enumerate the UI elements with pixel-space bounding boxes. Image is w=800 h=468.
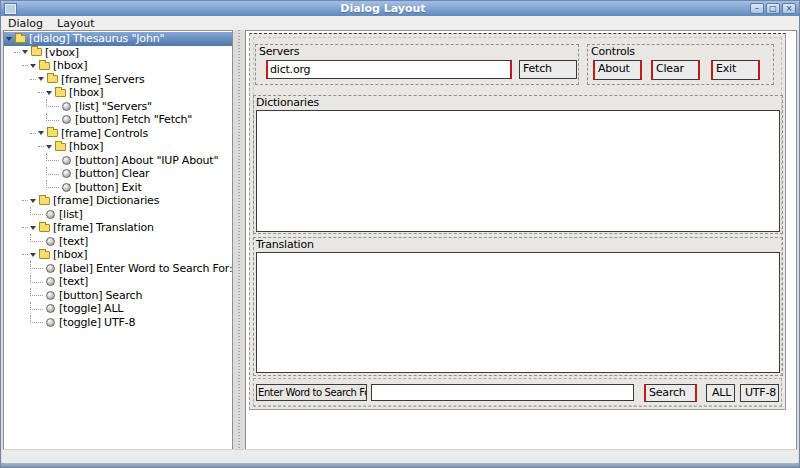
status-bar	[2, 449, 798, 463]
tree-connector	[30, 207, 43, 215]
tree-node-label: [hbox]	[53, 248, 87, 261]
tree-node[interactable]: [hbox]	[4, 86, 232, 100]
frame-dictionaries-title: Dictionaries	[256, 96, 319, 109]
tree-node-label: [hbox]	[69, 86, 103, 99]
expander-icon[interactable]	[30, 64, 36, 68]
toggle-utf8[interactable]: UTF-8	[740, 384, 779, 402]
expander-icon[interactable]	[22, 50, 28, 54]
menu-dialog[interactable]: Dialog	[1, 17, 50, 30]
tree-connector	[30, 261, 43, 269]
tree-connector	[22, 65, 28, 66]
tree-node-label: [frame] Servers	[61, 73, 145, 86]
tree-node-label: [hbox]	[69, 140, 103, 153]
tree-node[interactable]: [hbox]	[4, 59, 232, 73]
tree-node[interactable]: [button] Search	[4, 289, 232, 303]
expander-icon[interactable]	[46, 145, 52, 149]
expander-icon[interactable]	[6, 37, 12, 41]
expander-icon[interactable]	[46, 91, 52, 95]
app-window: Dialog Layout – □ × Dialog Layout [dialo…	[0, 0, 800, 468]
toggle-all[interactable]: ALL	[706, 384, 735, 402]
tree-node-label: [button] Search	[59, 289, 142, 302]
search-button[interactable]: Search	[644, 384, 697, 402]
folder-icon	[15, 35, 26, 43]
tree-node-label: [button] Clear	[75, 167, 149, 180]
tree-node[interactable]: [label] Enter Word to Search For:	[4, 262, 232, 276]
tree-connector	[22, 200, 28, 201]
tree-node[interactable]: [frame] Dictionaries	[4, 194, 232, 208]
exit-button[interactable]: Exit	[711, 60, 760, 80]
tree-node[interactable]: [list]	[4, 208, 232, 222]
window-bottom-border	[1, 463, 799, 467]
minimize-button-icon[interactable]: –	[750, 3, 764, 14]
tree-node[interactable]: [hbox]	[4, 140, 232, 154]
folder-icon	[47, 75, 58, 83]
tree-connector	[30, 234, 43, 242]
search-word-input[interactable]	[371, 384, 634, 401]
tree-connector	[30, 133, 36, 134]
leaf-icon	[46, 277, 55, 286]
close-button-icon[interactable]: ×	[782, 3, 796, 14]
tree-node-label: [toggle] ALL	[59, 302, 123, 315]
tree-connector	[14, 52, 20, 53]
frame-servers[interactable]: Servers Fetch	[255, 44, 579, 85]
folder-icon	[39, 62, 50, 70]
clear-button[interactable]: Clear	[651, 60, 700, 80]
frame-translation[interactable]: Translation	[253, 237, 783, 376]
tree-node[interactable]: [button] Exit	[4, 181, 232, 195]
tree-connector	[46, 180, 59, 188]
preview-canvas: Servers Fetch Controls About Clear Exit …	[245, 30, 797, 450]
tree-connector	[38, 146, 44, 147]
expander-icon[interactable]	[30, 226, 36, 230]
tree-node[interactable]: [hbox]	[4, 248, 232, 262]
menu-layout[interactable]: Layout	[50, 17, 101, 30]
tree-node[interactable]: [button] Fetch "Fetch"	[4, 113, 232, 127]
tree-node[interactable]: [list] "Servers"	[4, 100, 232, 114]
tree-connector	[46, 153, 59, 161]
server-input[interactable]	[266, 60, 512, 79]
search-label: Enter Word to Search For:	[256, 384, 367, 401]
tree-node[interactable]: [button] Clear	[4, 167, 232, 181]
tree-connector	[30, 302, 43, 310]
leaf-icon	[62, 156, 71, 165]
tree-node[interactable]: [button] About "IUP About"	[4, 154, 232, 168]
frame-controls-title: Controls	[591, 45, 635, 58]
dictionaries-list[interactable]	[256, 110, 780, 232]
expander-icon[interactable]	[30, 253, 36, 257]
frame-servers-title: Servers	[259, 45, 299, 58]
dialog-preview[interactable]: Servers Fetch Controls About Clear Exit …	[249, 33, 786, 410]
tree-connector	[46, 167, 59, 175]
tree-node-label: [hbox]	[53, 59, 87, 72]
tree-node-label: [vbox]	[45, 46, 79, 59]
search-hbox: Enter Word to Search For: Search ALL UTF…	[253, 378, 782, 407]
expander-icon[interactable]	[30, 199, 36, 203]
tree-node[interactable]: [frame] Controls	[4, 127, 232, 141]
splitter-handle[interactable]	[234, 30, 244, 450]
expander-icon[interactable]	[38, 77, 44, 81]
about-button[interactable]: About	[593, 60, 642, 80]
tree-connector	[30, 275, 43, 283]
translation-text[interactable]	[256, 252, 780, 373]
tree-node-label: [list]	[59, 208, 83, 221]
tree-connector	[22, 227, 28, 228]
tree-node[interactable]: [vbox]	[4, 46, 232, 60]
leaf-icon	[62, 169, 71, 178]
titlebar: Dialog Layout – □ ×	[1, 1, 799, 17]
tree-node[interactable]: [toggle] UTF-8	[4, 316, 232, 330]
leaf-icon	[62, 102, 71, 111]
fetch-button[interactable]: Fetch	[519, 60, 577, 79]
folder-icon	[55, 89, 66, 97]
tree-node[interactable]: [text]	[4, 275, 232, 289]
tree-node-label: [button] About "IUP About"	[75, 154, 218, 167]
tree-node-label: [button] Exit	[75, 181, 142, 194]
frame-dictionaries[interactable]: Dictionaries	[253, 95, 783, 234]
tree-node[interactable]: [frame] Translation	[4, 221, 232, 235]
folder-icon	[47, 129, 58, 137]
tree-node[interactable]: [text]	[4, 235, 232, 249]
maximize-button-icon[interactable]: □	[766, 3, 780, 14]
tree-node[interactable]: [toggle] ALL	[4, 302, 232, 316]
tree-node-label: [text]	[59, 275, 88, 288]
expander-icon[interactable]	[38, 131, 44, 135]
tree-node[interactable]: [dialog] Thesaurus "John"	[4, 32, 232, 46]
tree-node[interactable]: [frame] Servers	[4, 73, 232, 87]
frame-controls[interactable]: Controls About Clear Exit	[587, 44, 774, 85]
